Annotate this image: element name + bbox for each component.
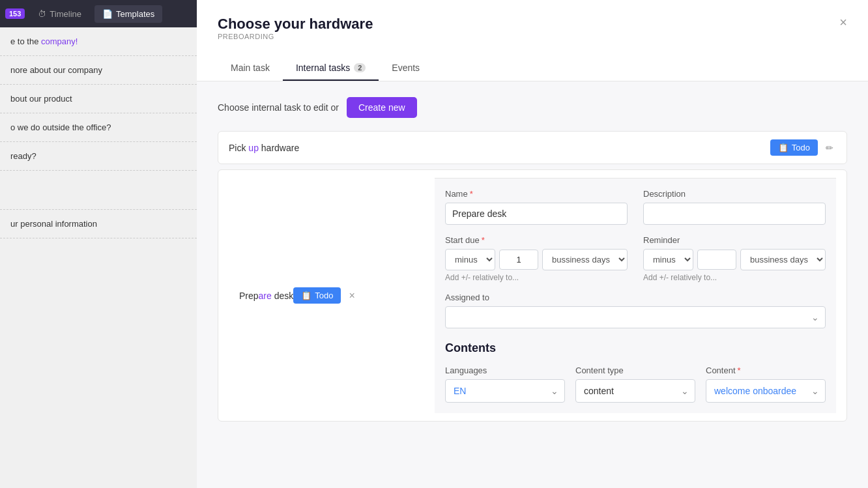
task-2-name: Prepare desk xyxy=(239,291,293,301)
clipboard-icon: 📋 xyxy=(778,143,788,152)
reminder-prefix-select[interactable]: minus plus xyxy=(643,249,693,270)
list-item-text: e to the company! xyxy=(10,36,78,46)
required-indicator-3: * xyxy=(738,366,741,375)
reminder-col: Reminder minus plus bussiness days calen… xyxy=(643,235,826,282)
clipboard-icon-2: 📋 xyxy=(301,291,311,300)
list-item-text: nore about our company xyxy=(10,65,102,75)
task-1-status: Todo xyxy=(792,143,810,152)
tab-timeline-label: Timeline xyxy=(50,9,81,19)
topbar: 153 ⏱ Timeline 📄 Templates xyxy=(0,0,197,27)
document-icon: 📄 xyxy=(102,9,113,19)
task-2-close-button[interactable]: × xyxy=(346,287,357,304)
assigned-wrapper xyxy=(445,306,826,328)
description-input[interactable] xyxy=(643,203,826,225)
task-2-status: Todo xyxy=(315,291,333,300)
action-label: Choose internal task to edit or xyxy=(218,102,339,113)
required-indicator-2: * xyxy=(482,235,485,245)
reminder-hint: Add +/- relatively to... xyxy=(643,273,826,282)
tab-templates[interactable]: 📄 Templates xyxy=(94,5,162,23)
language-dropdown: EN FR DE ES xyxy=(445,379,565,403)
content-col: Content * welcome onboardee other conten… xyxy=(706,366,826,403)
list-item: ur personal information xyxy=(0,210,197,238)
name-col: Name * xyxy=(445,189,628,225)
modal-subtitle: PREBOARDING xyxy=(218,33,373,40)
start-due-col: Start due * minus plus bussiness days xyxy=(445,235,628,282)
start-due-hint: Add +/- relatively to... xyxy=(445,273,628,282)
modal-title: Choose your hardware xyxy=(218,16,373,33)
list-item xyxy=(0,171,197,210)
tab-main-task-label: Main task xyxy=(231,63,270,73)
task-2-todo-button[interactable]: 📋 Todo xyxy=(293,287,341,304)
list-item-text: bout our product xyxy=(10,94,72,104)
close-button[interactable]: × xyxy=(839,16,847,29)
tab-timeline[interactable]: ⏱ Timeline xyxy=(30,5,89,23)
topbar-badge: 153 xyxy=(5,8,25,19)
list-item: bout our product xyxy=(0,85,197,113)
list-item: nore about our company xyxy=(0,56,197,85)
contents-row: Languages EN FR DE ES Co xyxy=(445,366,826,403)
modal-header: Choose your hardware PREBOARDING × Main … xyxy=(197,0,868,81)
content-type-select[interactable]: content video link xyxy=(575,379,695,403)
action-row: Choose internal task to edit or Create n… xyxy=(218,97,847,118)
assigned-select[interactable] xyxy=(445,306,826,328)
reminder-row: minus plus bussiness days calendar days xyxy=(643,249,826,270)
tab-events-label: Events xyxy=(392,63,420,73)
reminder-days-select[interactable]: bussiness days calendar days xyxy=(740,249,826,270)
content-label: Content * xyxy=(706,366,826,375)
content-dropdown: welcome onboardee other content xyxy=(706,379,826,403)
x-icon: × xyxy=(349,290,354,301)
task-1-todo-button[interactable]: 📋 Todo xyxy=(770,139,818,156)
start-due-prefix-select[interactable]: minus plus xyxy=(445,249,495,270)
task-1-edit-button[interactable]: ✏ xyxy=(823,140,836,156)
tab-internal-tasks-badge: 2 xyxy=(354,63,366,72)
task-1-name: Pick up hardware xyxy=(229,143,299,153)
modal-body: Choose internal task to edit or Create n… xyxy=(197,81,868,488)
tabs-row: Main task Internal tasks 2 Events xyxy=(218,56,847,81)
languages-col: Languages EN FR DE ES xyxy=(445,366,565,403)
task-row-2: Prepare desk 📋 Todo × xyxy=(218,169,847,422)
contents-title: Contents xyxy=(445,341,826,355)
language-select[interactable]: EN FR DE ES xyxy=(445,379,565,403)
reminder-number-input[interactable] xyxy=(697,250,736,270)
content-type-dropdown: content video link xyxy=(575,379,695,403)
contents-section: Contents Languages EN FR DE ES xyxy=(445,341,826,403)
tab-main-task[interactable]: Main task xyxy=(218,56,283,81)
clock-icon: ⏱ xyxy=(38,9,46,19)
left-panel: 153 ⏱ Timeline 📄 Templates e to the comp… xyxy=(0,0,197,488)
task-2-actions: 📋 Todo × xyxy=(293,287,358,304)
description-col: Description xyxy=(643,189,826,225)
expanded-form: Name * Description Start due xyxy=(435,178,836,413)
tab-events[interactable]: Events xyxy=(379,56,433,81)
name-input[interactable] xyxy=(445,203,628,225)
create-new-button[interactable]: Create new xyxy=(347,97,417,118)
assigned-col: Assigned to xyxy=(445,293,826,328)
content-type-label: Content type xyxy=(575,366,695,375)
languages-label: Languages xyxy=(445,366,565,375)
required-indicator: * xyxy=(470,189,473,199)
assigned-row: Assigned to xyxy=(445,293,826,328)
start-reminder-row: Start due * minus plus bussiness days xyxy=(445,235,826,282)
task-1-actions: 📋 Todo ✏ xyxy=(770,139,836,156)
list-item: e to the company! xyxy=(0,27,197,56)
pencil-icon: ✏ xyxy=(826,143,833,153)
tab-internal-tasks-label: Internal tasks xyxy=(296,63,350,73)
tab-internal-tasks[interactable]: Internal tasks 2 xyxy=(283,56,379,81)
task-row-1: Pick up hardware 📋 Todo ✏ xyxy=(218,131,847,164)
list-item: ready? xyxy=(0,142,197,171)
tab-templates-label: Templates xyxy=(116,9,154,19)
start-due-days-select[interactable]: bussiness days calendar days xyxy=(542,249,628,270)
modal: Choose your hardware PREBOARDING × Main … xyxy=(197,0,868,488)
list-item-text: ur personal information xyxy=(10,219,97,229)
description-label: Description xyxy=(643,189,826,199)
assigned-label: Assigned to xyxy=(445,293,826,302)
name-label: Name * xyxy=(445,189,628,199)
start-due-label: Start due * xyxy=(445,235,628,245)
start-due-row: minus plus bussiness days calendar days xyxy=(445,249,628,270)
list-item: o we do outside the office? xyxy=(0,113,197,142)
content-type-col: Content type content video link xyxy=(575,366,695,403)
name-description-row: Name * Description xyxy=(445,189,826,225)
list-item-text: ready? xyxy=(10,151,36,161)
task-2-header: Prepare desk 📋 Todo × xyxy=(229,280,368,312)
start-due-number-input[interactable] xyxy=(499,250,538,270)
content-select[interactable]: welcome onboardee other content xyxy=(706,379,826,403)
